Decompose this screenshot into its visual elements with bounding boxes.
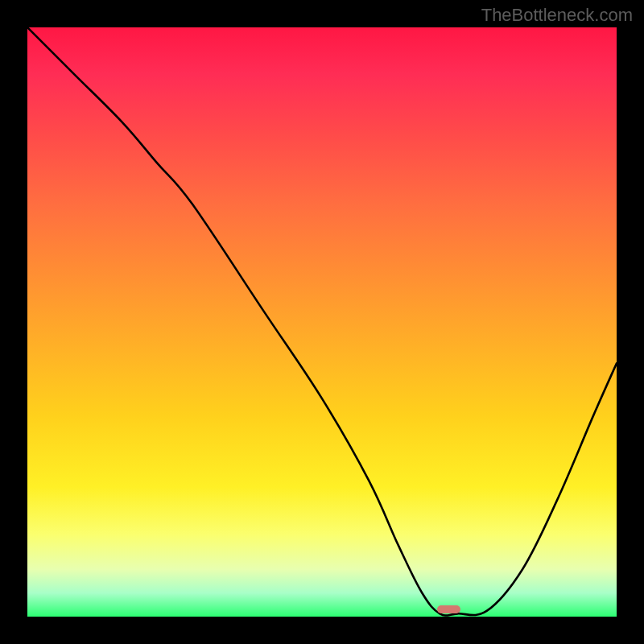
chart-container: TheBottleneck.com (0, 0, 644, 644)
bottleneck-curve (27, 27, 617, 616)
watermark-label: TheBottleneck.com (481, 5, 633, 26)
plot-area (27, 27, 617, 617)
optimum-marker (437, 605, 460, 613)
curve-layer (27, 27, 617, 617)
